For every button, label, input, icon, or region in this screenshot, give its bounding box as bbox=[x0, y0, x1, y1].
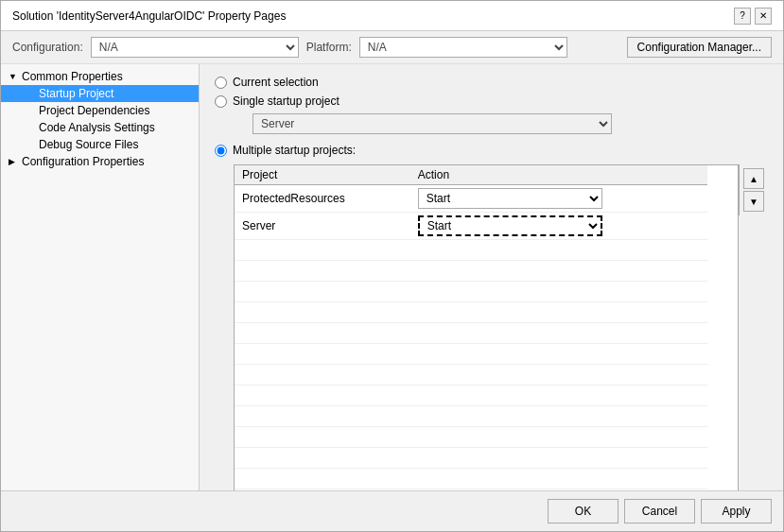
no-arrow-icon bbox=[9, 140, 18, 149]
table-row-empty bbox=[235, 365, 707, 386]
configuration-label: Configuration: bbox=[12, 41, 83, 54]
table-row-empty bbox=[235, 406, 707, 427]
projects-table: Project Action ProtectedResources Start bbox=[235, 165, 707, 490]
content-panel: Current selection Single startup project… bbox=[200, 64, 783, 490]
multiple-startup-row: Multiple startup projects: bbox=[215, 144, 768, 157]
configuration-dropdown[interactable]: N/A bbox=[91, 37, 299, 58]
projects-table-container: Project Action ProtectedResources Start bbox=[234, 164, 768, 490]
dialog-title: Solution 'IdentityServer4AngularOIDC' Pr… bbox=[12, 9, 286, 23]
table-row: Server Start None Start without debuggin… bbox=[235, 213, 707, 240]
table-row-empty bbox=[235, 448, 707, 469]
project-name-cell: Server bbox=[235, 213, 410, 240]
table-navigation-buttons: ▲ ▼ bbox=[739, 164, 768, 215]
config-manager-button[interactable]: Configuration Manager... bbox=[627, 37, 772, 58]
no-arrow-icon bbox=[9, 106, 18, 115]
sidebar-item-debug-source-files[interactable]: Debug Source Files bbox=[1, 136, 199, 153]
sidebar: ▼ Common Properties Startup Project Proj… bbox=[1, 64, 200, 490]
move-down-button[interactable]: ▼ bbox=[743, 191, 764, 212]
single-startup-label[interactable]: Single startup project bbox=[233, 94, 340, 108]
close-button[interactable]: ✕ bbox=[755, 8, 772, 25]
sidebar-item-label: Startup Project bbox=[39, 87, 113, 100]
title-controls: ? ✕ bbox=[734, 8, 772, 25]
table-row: ProtectedResources Start None Start with… bbox=[235, 185, 707, 213]
sidebar-item-label: Debug Source Files bbox=[39, 138, 138, 151]
table-row-empty bbox=[235, 323, 707, 344]
multiple-startup-radio[interactable] bbox=[215, 145, 227, 157]
sidebar-item-label: Project Dependencies bbox=[39, 104, 149, 117]
current-selection-radio[interactable] bbox=[215, 77, 227, 89]
action-dropdown-0[interactable]: Start None Start without debugging bbox=[418, 188, 602, 209]
no-arrow-icon bbox=[9, 123, 18, 132]
bottom-bar: OK Cancel Apply bbox=[1, 490, 783, 531]
sidebar-item-project-dependencies[interactable]: Project Dependencies bbox=[1, 102, 199, 119]
sidebar-item-label: Configuration Properties bbox=[22, 155, 144, 168]
expand-arrow-icon: ▶ bbox=[9, 157, 18, 166]
table-row-empty bbox=[235, 240, 707, 261]
move-up-button[interactable]: ▲ bbox=[743, 168, 764, 189]
apply-button[interactable]: Apply bbox=[701, 499, 772, 523]
sidebar-item-common-properties[interactable]: ▼ Common Properties bbox=[1, 68, 199, 85]
sidebar-item-code-analysis-settings[interactable]: Code Analysis Settings bbox=[1, 119, 199, 136]
sidebar-item-label: Common Properties bbox=[22, 70, 123, 83]
table-row-empty bbox=[235, 261, 707, 282]
cancel-button[interactable]: Cancel bbox=[624, 499, 695, 523]
no-arrow-icon bbox=[9, 89, 18, 98]
table-row-empty bbox=[235, 427, 707, 448]
single-startup-dropdown[interactable]: Server bbox=[253, 113, 612, 134]
sidebar-item-label: Code Analysis Settings bbox=[39, 121, 155, 134]
projects-table-wrapper: Project Action ProtectedResources Start bbox=[234, 164, 739, 490]
single-startup-row: Single startup project bbox=[215, 94, 768, 108]
help-button[interactable]: ? bbox=[734, 8, 751, 25]
config-bar: Configuration: N/A Platform: N/A Configu… bbox=[1, 31, 783, 64]
table-row-empty bbox=[235, 282, 707, 302]
table-row-empty bbox=[235, 469, 707, 489]
sidebar-item-configuration-properties[interactable]: ▶ Configuration Properties bbox=[1, 153, 199, 170]
ok-button[interactable]: OK bbox=[548, 499, 618, 523]
expand-arrow-icon: ▼ bbox=[9, 72, 18, 81]
main-content: ▼ Common Properties Startup Project Proj… bbox=[1, 64, 783, 490]
action-cell: Start None Start without debugging bbox=[410, 213, 707, 240]
project-name-cell: ProtectedResources bbox=[235, 185, 410, 213]
platform-label: Platform: bbox=[306, 41, 352, 54]
sidebar-item-startup-project[interactable]: Startup Project bbox=[1, 85, 199, 102]
radio-group: Current selection Single startup project… bbox=[215, 76, 768, 157]
col-project-header: Project bbox=[235, 165, 410, 185]
table-row-empty bbox=[235, 344, 707, 365]
title-bar: Solution 'IdentityServer4AngularOIDC' Pr… bbox=[1, 1, 783, 31]
platform-dropdown[interactable]: N/A bbox=[359, 37, 567, 58]
table-row-empty bbox=[235, 302, 707, 323]
table-row-empty bbox=[235, 386, 707, 406]
current-selection-row: Current selection bbox=[215, 76, 768, 89]
action-dropdown-1[interactable]: Start None Start without debugging bbox=[418, 215, 602, 236]
multiple-startup-label[interactable]: Multiple startup projects: bbox=[233, 144, 356, 157]
dialog: Solution 'IdentityServer4AngularOIDC' Pr… bbox=[0, 0, 784, 532]
col-action-header: Action bbox=[410, 165, 707, 185]
single-startup-radio[interactable] bbox=[215, 95, 227, 108]
action-cell: Start None Start without debugging bbox=[410, 185, 707, 213]
current-selection-label[interactable]: Current selection bbox=[233, 76, 319, 89]
